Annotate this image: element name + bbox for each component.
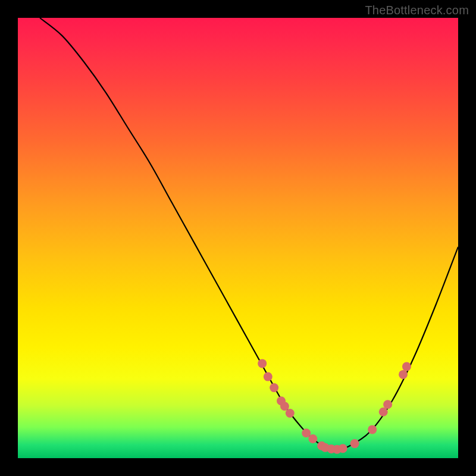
data-point [339, 444, 347, 453]
data-point [280, 402, 289, 411]
data-point [383, 400, 392, 409]
data-point [399, 370, 408, 379]
chart-container: TheBottleneck.com [0, 0, 476, 476]
plot-svg [18, 18, 458, 458]
data-point [308, 434, 317, 443]
bottleneck-curve [40, 18, 458, 449]
data-point [264, 372, 273, 381]
data-point [350, 439, 359, 448]
data-point [402, 362, 411, 371]
plot-area [18, 18, 458, 458]
data-point [379, 408, 388, 416]
data-point [258, 359, 267, 368]
data-point [286, 409, 295, 418]
data-point [270, 383, 278, 392]
watermark-text: TheBottleneck.com [365, 4, 469, 17]
data-points [258, 359, 411, 453]
data-point [368, 425, 377, 434]
